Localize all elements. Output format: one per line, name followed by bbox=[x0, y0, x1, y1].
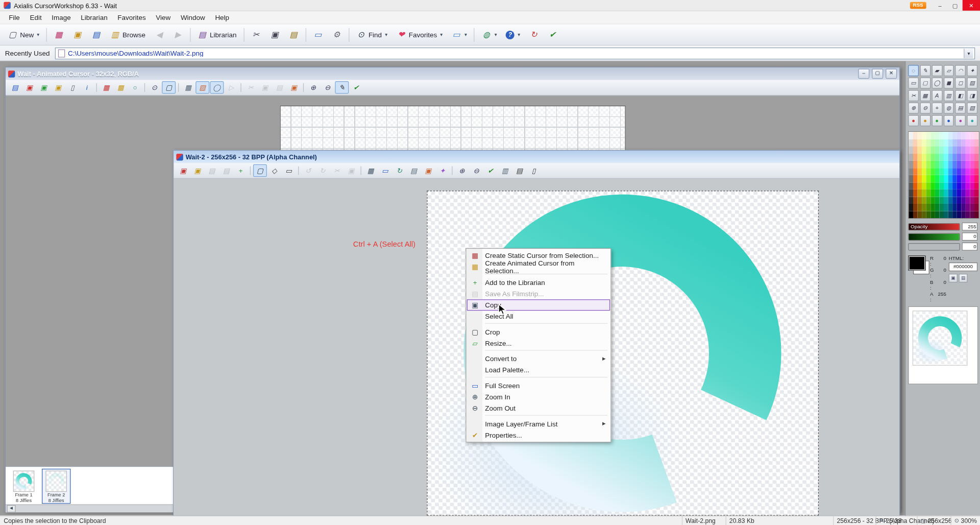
palette-swatch[interactable] bbox=[922, 197, 926, 204]
palette-swatch[interactable] bbox=[930, 139, 935, 146]
palette-swatch[interactable] bbox=[935, 211, 940, 218]
context-menu-item[interactable]: ✔ Properties... bbox=[467, 429, 610, 441]
palette-swatch[interactable] bbox=[939, 189, 944, 197]
palette-swatch[interactable] bbox=[961, 211, 966, 218]
palette-swatch[interactable] bbox=[957, 197, 962, 204]
palette-swatch[interactable] bbox=[966, 146, 970, 153]
menu-bar-item[interactable]: View bbox=[151, 11, 176, 23]
drawing-tool-button[interactable]: ▥ bbox=[943, 90, 954, 101]
palette-swatch[interactable] bbox=[909, 161, 913, 168]
context-menu-item[interactable]: ▣ Copy bbox=[467, 299, 610, 311]
help-button[interactable]: ? bbox=[502, 26, 524, 43]
browse-button[interactable]: ▥ Browse bbox=[106, 26, 149, 43]
hotspot-button[interactable]: ⊙ bbox=[148, 81, 161, 93]
pan-tool-button[interactable]: ◇ bbox=[267, 164, 281, 177]
palette-swatch[interactable] bbox=[909, 132, 913, 139]
options-button[interactable]: ⚙ bbox=[328, 26, 345, 43]
palette-swatch[interactable] bbox=[926, 132, 931, 139]
palette-swatch[interactable] bbox=[944, 189, 948, 197]
drawing-tool-button[interactable]: ▨ bbox=[967, 78, 977, 89]
timing-button[interactable]: ○ bbox=[128, 81, 142, 93]
palette-swatch[interactable] bbox=[909, 197, 913, 204]
palette-swatch[interactable] bbox=[952, 211, 957, 218]
drawing-tool-button[interactable]: ● bbox=[955, 115, 966, 126]
palette-swatch[interactable] bbox=[939, 211, 944, 218]
menu-bar-item[interactable]: Window bbox=[176, 11, 210, 23]
palette-swatch[interactable] bbox=[939, 146, 944, 153]
update-button[interactable]: ↻ bbox=[525, 26, 543, 43]
drawing-tool-button[interactable]: ▤ bbox=[955, 103, 966, 114]
palette-swatch[interactable] bbox=[926, 197, 931, 204]
close-button[interactable]: ✕ bbox=[963, 0, 980, 11]
palette-swatch[interactable] bbox=[930, 175, 935, 182]
palette-swatch[interactable] bbox=[944, 132, 948, 139]
forward-button[interactable]: ▶ bbox=[169, 26, 186, 43]
palette-swatch[interactable] bbox=[922, 204, 926, 211]
cut-button[interactable]: ✂ bbox=[247, 26, 264, 43]
palette-swatch[interactable] bbox=[966, 182, 970, 189]
info-button[interactable]: i bbox=[80, 81, 94, 93]
palette-swatch[interactable] bbox=[939, 139, 944, 146]
palette-swatch[interactable] bbox=[957, 182, 962, 189]
palette-swatch[interactable] bbox=[974, 132, 979, 139]
palette-swatch[interactable] bbox=[952, 146, 957, 153]
palette-swatch[interactable] bbox=[918, 175, 922, 182]
image-adjust-button[interactable]: ▣ bbox=[287, 81, 301, 93]
context-menu-item[interactable]: ▦ Create Animated Cursor from Selection.… bbox=[467, 261, 610, 273]
tool-button[interactable] bbox=[250, 166, 251, 175]
menu-bar-item[interactable]: Image bbox=[46, 11, 76, 23]
palette-swatch[interactable] bbox=[926, 153, 931, 160]
palette-swatch[interactable] bbox=[948, 146, 953, 153]
drawing-tool-button[interactable]: ◼ bbox=[943, 78, 954, 89]
drawing-tool-button[interactable]: ◯ bbox=[932, 78, 942, 89]
print-button[interactable]: ▤ bbox=[512, 164, 526, 177]
zoom-out-button[interactable]: ⊖ bbox=[321, 81, 334, 93]
palette-swatch[interactable] bbox=[944, 211, 948, 218]
palette-swatch[interactable] bbox=[970, 204, 974, 211]
palette-swatch[interactable] bbox=[952, 182, 957, 189]
drawing-tool-button[interactable]: ▦ bbox=[920, 90, 930, 101]
redo-button[interactable]: ↻ bbox=[315, 164, 329, 177]
palette-swatch[interactable] bbox=[952, 189, 957, 197]
palette-swatch[interactable] bbox=[970, 146, 974, 153]
palette-swatch[interactable] bbox=[966, 197, 970, 204]
palette-swatch[interactable] bbox=[935, 175, 940, 182]
palette-swatch[interactable] bbox=[966, 168, 970, 175]
palette-swatch[interactable] bbox=[913, 182, 918, 189]
palette-swatch[interactable] bbox=[944, 146, 948, 153]
toolbar-button[interactable] bbox=[474, 28, 474, 41]
palette-swatch[interactable] bbox=[930, 146, 935, 153]
palette-swatch[interactable] bbox=[913, 153, 918, 160]
drawing-tool-button[interactable]: ● bbox=[967, 115, 977, 126]
menu-bar-item[interactable]: Edit bbox=[25, 11, 47, 23]
drawing-tool-button[interactable]: ● bbox=[943, 115, 954, 126]
palette-swatch[interactable] bbox=[935, 182, 940, 189]
palette-swatch[interactable] bbox=[918, 161, 922, 168]
palette-swatch[interactable] bbox=[930, 182, 935, 189]
doc-maximize-button[interactable]: ▢ bbox=[872, 69, 883, 79]
back-button[interactable]: ◀ bbox=[151, 26, 168, 43]
palette-swatch[interactable] bbox=[909, 168, 913, 175]
palette-swatch[interactable] bbox=[948, 132, 953, 139]
palette-swatch[interactable] bbox=[939, 168, 944, 175]
palette-swatch[interactable] bbox=[922, 175, 926, 182]
palette-swatch[interactable] bbox=[957, 161, 962, 168]
palette-swatch[interactable] bbox=[948, 175, 953, 182]
palette-swatch[interactable] bbox=[952, 139, 957, 146]
palette-swatch[interactable] bbox=[944, 153, 948, 160]
scroll-left-icon[interactable]: ◀ bbox=[7, 505, 15, 513]
palette-swatch[interactable] bbox=[918, 182, 922, 189]
palette-swatch[interactable] bbox=[952, 175, 957, 182]
palette-swatch[interactable] bbox=[970, 197, 974, 204]
palette-swatch[interactable] bbox=[909, 153, 913, 160]
frame-edit-button[interactable]: ▦ bbox=[114, 81, 128, 93]
crop-tool-button[interactable]: ▭ bbox=[282, 164, 296, 177]
drawing-tool-button[interactable]: ◍ bbox=[943, 103, 954, 114]
palette-swatch[interactable] bbox=[926, 211, 931, 218]
palette-swatch[interactable] bbox=[930, 197, 935, 204]
palette-swatch[interactable] bbox=[939, 197, 944, 204]
grid-toggle-button[interactable]: ▦ bbox=[181, 81, 195, 93]
palette-swatch[interactable] bbox=[913, 161, 918, 168]
palette-swatch[interactable] bbox=[970, 189, 974, 197]
palette-swatch[interactable] bbox=[930, 189, 935, 197]
